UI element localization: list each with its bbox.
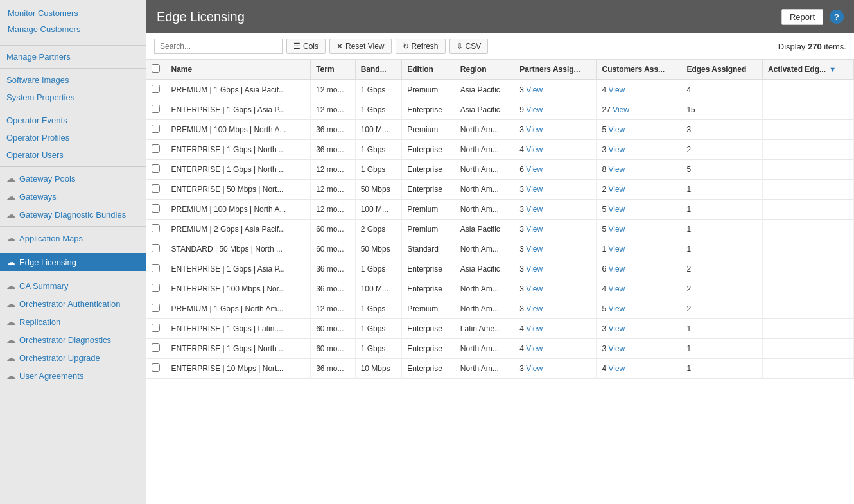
partners-view-link[interactable]: View — [526, 304, 543, 313]
table-row: PREMIUM | 100 Mbps | North A... 36 mo...… — [146, 120, 854, 140]
customers-view-link[interactable]: View — [608, 304, 625, 313]
row-checkbox[interactable] — [146, 220, 166, 239]
sidebar-item-operator-profiles[interactable]: Operator Profiles — [0, 129, 146, 146]
partners-view-link[interactable]: View — [526, 265, 543, 274]
sidebar-label: Manage Customers — [8, 24, 80, 34]
cloud-icon: ☁ — [6, 281, 15, 291]
row-checkbox[interactable] — [146, 140, 166, 160]
partners-view-link[interactable]: View — [526, 225, 543, 234]
customers-view-link[interactable]: View — [608, 344, 625, 353]
row-checkbox[interactable] — [146, 200, 166, 220]
customers-view-link[interactable]: View — [608, 284, 625, 293]
csv-button[interactable]: ⇩ CSV — [449, 39, 489, 54]
sidebar-item-orchestrator-diagnostics[interactable]: ☁ Orchestrator Diagnostics — [0, 331, 146, 349]
sidebar-item-replication[interactable]: ☁ Replication — [0, 313, 146, 331]
partners-view-link[interactable]: View — [526, 364, 543, 373]
sidebar-item-orchestrator-upgrade[interactable]: ☁ Orchestrator Upgrade — [0, 349, 146, 367]
row-checkbox[interactable] — [146, 80, 166, 100]
row-checkbox[interactable] — [146, 259, 166, 279]
col-bandwidth[interactable]: Band... — [355, 60, 402, 80]
partners-view-link[interactable]: View — [526, 105, 543, 114]
customers-view-link[interactable]: View — [608, 145, 625, 154]
sidebar-item-software-images[interactable]: Software Images — [0, 71, 146, 89]
row-checkbox[interactable] — [146, 339, 166, 359]
row-bandwidth: 1 Gbps — [355, 160, 402, 180]
row-checkbox[interactable] — [146, 160, 166, 180]
customers-view-link[interactable]: View — [608, 205, 625, 214]
row-partners: 3 View — [514, 200, 597, 220]
row-customers: 3 View — [597, 319, 681, 339]
sidebar-item-operator-users[interactable]: Operator Users — [0, 146, 146, 164]
sidebar-item-operator-events[interactable]: Operator Events — [0, 112, 146, 129]
customers-view-link[interactable]: View — [608, 364, 625, 373]
customers-view-link[interactable]: View — [613, 105, 629, 114]
row-checkbox[interactable] — [146, 299, 166, 319]
sidebar-item-application-maps[interactable]: ☁ Application Maps — [0, 229, 146, 247]
sidebar-item-manage-partners[interactable]: Manage Partners — [0, 48, 146, 65]
partners-view-link[interactable]: View — [526, 185, 543, 194]
col-partners-assigned[interactable]: Partners Assig... — [514, 60, 597, 80]
refresh-button[interactable]: ↻ Refresh — [396, 39, 446, 54]
select-all-checkbox[interactable] — [152, 64, 160, 73]
col-term[interactable]: Term — [311, 60, 356, 80]
partners-view-link[interactable]: View — [526, 284, 543, 293]
row-checkbox[interactable] — [146, 359, 166, 379]
partners-view-link[interactable]: View — [526, 324, 543, 333]
cols-button[interactable]: ☰ Cols — [286, 39, 326, 54]
sort-icon: ▼ — [829, 65, 836, 73]
sidebar-item-monitor-customers[interactable]: Monitor Customers — [0, 5, 146, 21]
row-checkbox[interactable] — [146, 120, 166, 140]
col-activated-edges[interactable]: Activated Edg... ▼ — [763, 60, 854, 80]
customers-view-link[interactable]: View — [608, 165, 625, 174]
sidebar-item-ca-summary[interactable]: ☁ CA Summary — [0, 277, 146, 295]
row-customers: 8 View — [597, 160, 681, 180]
partners-view-link[interactable]: View — [526, 145, 543, 154]
row-checkbox[interactable] — [146, 279, 166, 299]
search-input[interactable] — [154, 39, 283, 54]
partners-view-link[interactable]: View — [526, 205, 543, 214]
row-region: North Am... — [455, 239, 514, 259]
sidebar-item-gateway-diagnostic-bundles[interactable]: ☁ Gateway Diagnostic Bundles — [0, 205, 146, 223]
row-checkbox[interactable] — [146, 319, 166, 339]
customers-view-link[interactable]: View — [608, 85, 625, 94]
sidebar-item-orchestrator-authentication[interactable]: ☁ Orchestrator Authentication — [0, 295, 146, 313]
row-edges-assigned: 1 — [681, 239, 763, 259]
partners-view-link[interactable]: View — [526, 344, 543, 353]
partners-view-link[interactable]: View — [526, 85, 543, 94]
help-icon[interactable]: ? — [830, 10, 844, 24]
sidebar-item-gateways[interactable]: ☁ Gateways — [0, 187, 146, 205]
sidebar-item-user-agreements[interactable]: ☁ User Agreements — [0, 367, 146, 385]
col-edition[interactable]: Edition — [402, 60, 455, 80]
row-customers: 27 View — [597, 100, 681, 120]
customers-view-link[interactable]: View — [608, 185, 625, 194]
sidebar-label: Software Images — [6, 75, 69, 85]
report-button[interactable]: Report — [781, 9, 823, 25]
row-region: North Am... — [455, 160, 514, 180]
row-term: 12 mo... — [311, 180, 356, 200]
partners-view-link[interactable]: View — [526, 245, 543, 254]
row-checkbox[interactable] — [146, 100, 166, 120]
sidebar-item-gateway-pools[interactable]: ☁ Gateway Pools — [0, 169, 146, 187]
sidebar-item-manage-customers[interactable]: Manage Customers — [0, 21, 146, 37]
col-region[interactable]: Region — [455, 60, 514, 80]
sidebar-item-system-properties[interactable]: System Properties — [0, 89, 146, 106]
row-checkbox[interactable] — [146, 180, 166, 200]
customers-view-link[interactable]: View — [608, 125, 625, 134]
reset-view-button[interactable]: ✕ Reset View — [329, 39, 391, 54]
partners-view-link[interactable]: View — [526, 125, 543, 134]
col-customers-assigned[interactable]: Customers Ass... — [597, 60, 681, 80]
col-edges-assigned[interactable]: Edges Assigned — [681, 60, 763, 80]
table-container[interactable]: Name Term Band... Edition Region Partner… — [146, 60, 854, 504]
customers-view-link[interactable]: View — [608, 245, 625, 254]
cloud-icon: ☁ — [6, 209, 15, 220]
customers-view-link[interactable]: View — [608, 225, 625, 234]
row-checkbox[interactable] — [146, 239, 166, 259]
partners-view-link[interactable]: View — [526, 165, 543, 174]
row-name: STANDARD | 50 Mbps | North ... — [166, 239, 311, 259]
col-name[interactable]: Name — [166, 60, 311, 80]
customers-view-link[interactable]: View — [608, 265, 625, 274]
customers-view-link[interactable]: View — [608, 324, 625, 333]
row-term: 12 mo... — [311, 80, 356, 100]
sidebar-item-edge-licensing[interactable]: ☁ Edge Licensing — [0, 253, 146, 271]
row-activated-edges — [763, 239, 854, 259]
